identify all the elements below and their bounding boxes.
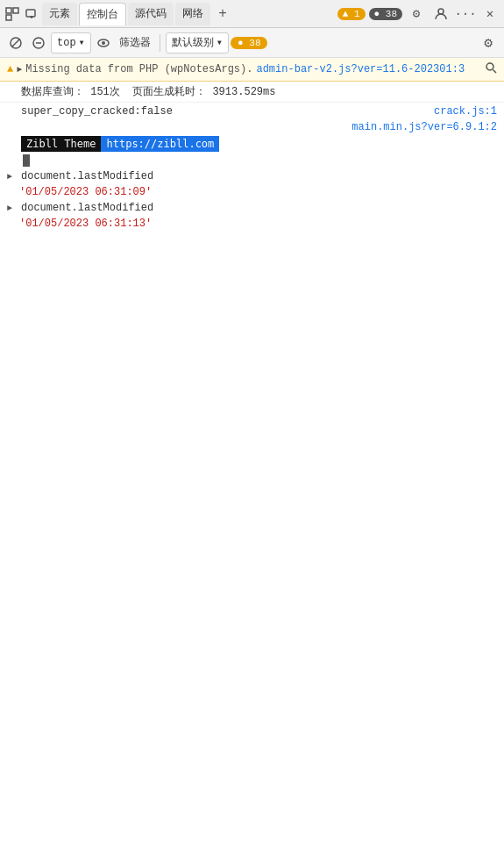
settings-icon[interactable]: ⚙ [406,4,427,25]
last-modified-row-2[interactable]: ► document.lastModified [0,200,504,216]
warning-text: Missing data from PHP (wpNotesArgs). [25,63,252,75]
svg-rect-1 [13,8,18,13]
device-icon[interactable] [23,5,40,23]
warning-badge[interactable]: ▲ 1 [337,8,366,20]
db-query-line: 数据库查询： 151次 页面生成耗时： 3913.529ms [0,82,504,103]
expand-arrow-2-icon: ► [7,204,19,213]
tabbar-right: ▲ 1 ● 38 ⚙ ··· ✕ [337,4,500,25]
browser-tab-bar: 元素 控制台 源代码 网络 + ▲ 1 ● 38 ⚙ ··· ✕ [0,0,504,28]
last-modified-value-row-1: '01/05/2023 06:31:09' [0,184,504,200]
inspect-icon[interactable] [4,5,21,23]
last-modified-value-2: '01/05/2023 06:31:13' [19,218,152,230]
devtools-toolbar: top ▾ 筛选器 默认级别 ▾ ● 38 ⚙ [0,28,504,58]
person-icon[interactable] [430,4,451,25]
more-icon[interactable]: ··· [455,4,476,25]
devtools-gear-icon[interactable]: ⚙ [478,32,499,54]
super-copy-value: super_copy_cracked:false [21,105,173,118]
svg-point-12 [102,41,105,45]
expand-arrow-1-icon: ► [7,172,19,182]
stop-icon[interactable] [5,32,26,54]
theme-badge: Zibll Theme [21,136,101,152]
svg-point-6 [438,9,444,14]
last-modified-value-1: '01/05/2023 06:31:09' [19,186,152,198]
main-js-line: main.min.js?ver=6.9.1:2 [0,120,504,134]
tab-network-label: 网络 [182,6,203,21]
close-icon[interactable]: ✕ [479,4,500,25]
search-icon[interactable] [485,61,497,77]
warning-bar: ▲ ► Missing data from PHP (wpNotesArgs).… [0,58,504,82]
svg-line-8 [12,39,20,46]
console-count-badge[interactable]: ● 38 [231,37,267,49]
last-modified-row-1[interactable]: ► document.lastModified [0,168,504,184]
page-gen-time: 3913.529ms [212,86,275,98]
level-dropdown-arrow-icon: ▾ [217,36,223,49]
filter-label: 筛选器 [116,35,154,50]
separator-1 [160,34,160,52]
tab-elements[interactable]: 元素 [42,3,77,25]
dropdown-arrow-icon: ▾ [79,36,85,49]
svg-rect-0 [6,8,11,13]
eye-icon[interactable] [93,32,114,54]
db-query-count: 151次 [90,84,120,99]
tab-sources[interactable]: 源代码 [128,3,174,25]
count-badge[interactable]: ● 38 [369,8,402,20]
theme-url-link[interactable]: https://zibll.com [101,136,219,152]
last-modified-key-1: document.lastModified [21,170,153,182]
count-badge-label: ● 38 [374,9,397,19]
console-area: ▲ ► Missing data from PHP (wpNotesArgs).… [0,58,504,843]
clear-icon[interactable] [28,32,49,54]
super-copy-line: super_copy_cracked:false crack.js:1 [0,103,504,120]
cursor-line [0,153,504,168]
page-gen-label: 页面生成耗时： [132,84,206,99]
warning-file-link[interactable]: admin-bar-v2.js?ver=11.6-202301:3 [256,63,465,75]
svg-rect-2 [6,15,11,20]
warning-triangle-icon: ▲ [7,63,13,75]
tab-network[interactable]: 网络 [175,3,210,25]
tab-elements-label: 元素 [49,6,70,21]
cursor-block [23,154,30,167]
db-query-label: 数据库查询： [21,84,84,99]
svg-rect-3 [26,10,35,17]
expand-arrow-icon[interactable]: ► [17,65,22,75]
console-count-label: ● 38 [238,38,260,48]
level-dropdown[interactable]: 默认级别 ▾ [166,32,229,54]
tab-sources-label: 源代码 [135,6,167,21]
tab-console[interactable]: 控制台 [79,3,126,25]
crack-link[interactable]: crack.js:1 [434,105,497,118]
last-modified-value-row-2: '01/05/2023 06:31:13' [0,216,504,232]
level-dropdown-label: 默认级别 [172,35,214,50]
top-dropdown[interactable]: top ▾ [51,32,91,54]
new-tab-button[interactable]: + [212,4,233,25]
main-js-link[interactable]: main.min.js?ver=6.9.1:2 [351,121,497,133]
tab-console-label: 控制台 [87,7,118,22]
last-modified-key-2: document.lastModified [21,202,153,214]
top-dropdown-label: top [57,37,76,49]
svg-line-14 [493,70,497,74]
theme-output-line: Zibll Themehttps://zibll.com [0,134,504,153]
warning-badge-label: ▲ 1 [343,9,360,19]
svg-point-13 [486,63,493,70]
